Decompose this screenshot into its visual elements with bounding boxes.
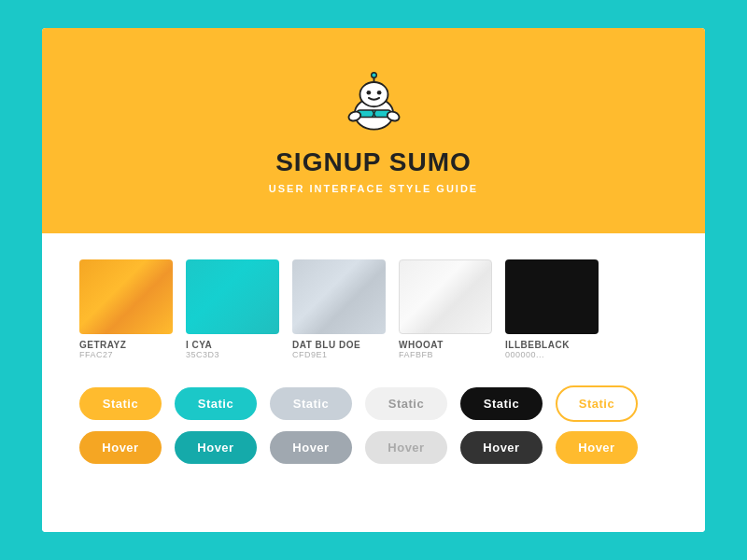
svg-point-1 [359,82,388,106]
swatch-name-gray: DAT BLU DOE [292,340,360,350]
logo-icon [339,68,409,138]
swatch-teal: I CYA 35C3D3 [186,259,279,359]
swatch-lightgray: WHOOAT FAFBFB [399,259,492,359]
swatch-box-yellow [79,259,173,334]
hover-gray-button[interactable]: Hover [270,431,352,464]
static-button-row: Static Static Static Static Static Stati… [79,385,668,422]
static-black-button[interactable]: Static [460,387,543,420]
swatch-hex-teal: 35C3D3 [186,350,219,359]
swatch-box-lightgray [399,259,492,334]
static-gray-button[interactable]: Static [270,387,352,420]
buttons-section: Static Static Static Static Static Stati… [79,385,668,464]
static-outline-button[interactable]: Static [556,385,638,422]
color-swatches: GETRAYZ FFAC27 I CYA 35C3D3 DAT BLU DOE … [79,259,668,359]
swatch-name-black: ILLBEBLACK [505,340,570,350]
svg-point-4 [366,90,371,94]
logo-container [339,68,409,138]
static-teal-button[interactable]: Static [175,387,257,420]
hover-teal-button[interactable]: Hover [175,431,257,464]
swatch-hex-lightgray: FAFBFB [399,350,433,359]
swatch-name-lightgray: WHOOAT [399,340,444,350]
header-title: SIGNUP SUMO [275,147,472,177]
swatch-hex-yellow: FFAC27 [79,350,113,359]
hover-light-button[interactable]: Hover [365,431,447,464]
content-section: GETRAYZ FFAC27 I CYA 35C3D3 DAT BLU DOE … [42,233,705,532]
header-subtitle: USER INTERFACE STYLE GUIDE [269,183,478,194]
swatch-yellow: GETRAYZ FFAC27 [79,259,173,359]
swatch-name-teal: I CYA [186,340,212,350]
static-yellow-button[interactable]: Static [79,387,162,420]
hover-yellow-button[interactable]: Hover [79,431,162,464]
swatch-gray: DAT BLU DOE CFD9E1 [292,259,386,359]
swatch-box-gray [292,259,386,334]
swatch-name-yellow: GETRAYZ [79,340,126,350]
page-container: SIGNUP SUMO USER INTERFACE STYLE GUIDE G… [42,28,705,532]
swatch-black: ILLBEBLACK 000000... [505,259,599,359]
swatch-box-teal [186,259,279,334]
svg-point-3 [371,72,376,77]
hover-outline-button[interactable]: Hover [556,431,638,464]
swatch-hex-gray: CFD9E1 [292,350,328,359]
swatch-hex-black: 000000... [505,350,544,359]
static-light-button[interactable]: Static [365,387,447,420]
hover-button-row: Hover Hover Hover Hover Hover Hover [79,431,668,464]
swatch-box-black [505,259,599,334]
svg-point-5 [376,90,381,94]
hover-black-button[interactable]: Hover [460,431,543,464]
header-section: SIGNUP SUMO USER INTERFACE STYLE GUIDE [42,28,705,233]
